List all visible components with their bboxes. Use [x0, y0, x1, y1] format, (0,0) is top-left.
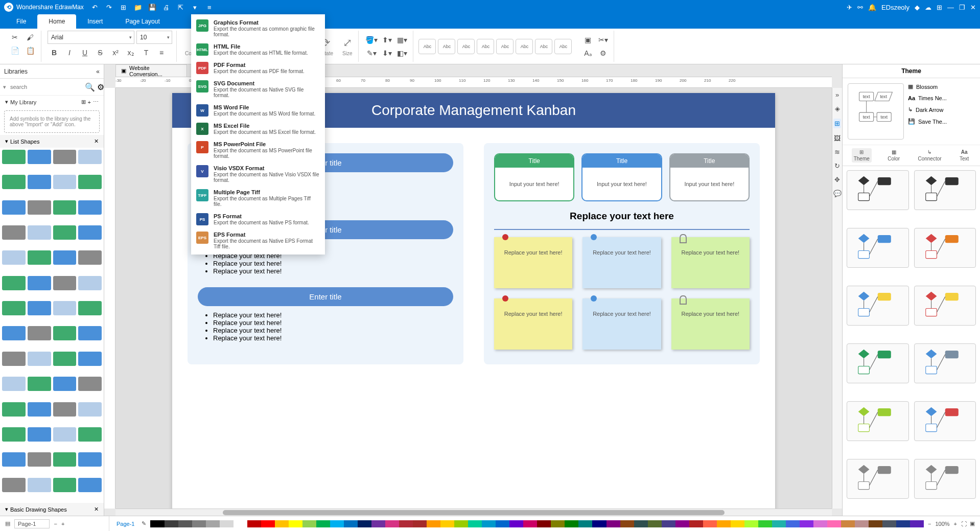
color-swatch[interactable]: [454, 520, 468, 527]
theme-thumbnail[interactable]: [847, 459, 909, 499]
shape-thumbnail[interactable]: [53, 402, 77, 417]
color-swatch[interactable]: [399, 520, 413, 527]
shape-thumbnail[interactable]: [2, 250, 26, 265]
cloud-icon[interactable]: ☁: [925, 4, 931, 11]
shape-thumbnail[interactable]: [53, 150, 77, 164]
shape-thumbnail[interactable]: [28, 276, 51, 290]
shape-thumbnail[interactable]: [2, 352, 26, 366]
strikethrough-icon[interactable]: S: [94, 46, 107, 59]
lib-more-icon[interactable]: ⋯: [93, 99, 99, 105]
document-tab[interactable]: ▣ Website Conversion...: [115, 64, 187, 77]
theme-thumbnail[interactable]: [847, 170, 909, 210]
shape-thumbnail[interactable]: [78, 175, 102, 189]
color-swatch[interactable]: [247, 520, 261, 527]
effect-icon[interactable]: ◧▾: [395, 47, 409, 60]
font-size-combo[interactable]: 10: [136, 31, 172, 44]
color-swatch[interactable]: [150, 520, 164, 527]
fit-page-icon[interactable]: ⛶: [961, 521, 967, 527]
color-swatch[interactable]: [413, 520, 427, 527]
color-swatch[interactable]: [758, 520, 772, 527]
close-category-icon[interactable]: ✕: [94, 506, 99, 513]
zoom-level[interactable]: 100%: [931, 521, 953, 527]
color-swatch[interactable]: [800, 520, 813, 527]
replace-icon[interactable]: ⚙: [596, 47, 610, 60]
search-input[interactable]: [8, 82, 83, 92]
shape-thumbnail[interactable]: [53, 377, 77, 391]
color-swatch[interactable]: [869, 520, 882, 527]
layout-strip-icon[interactable]: ⊞: [833, 119, 841, 128]
my-library-section[interactable]: ▾ My Library ⊞ + ⋯: [0, 96, 104, 108]
color-swatch[interactable]: [371, 520, 385, 527]
shape-thumbnail[interactable]: [53, 276, 77, 290]
notification-icon[interactable]: 🔔: [868, 4, 876, 11]
cut-icon[interactable]: ✂: [8, 31, 21, 44]
export-menu-item[interactable]: PMS PowerPoint FileExport the document a…: [191, 138, 325, 162]
color-swatch[interactable]: [855, 520, 869, 527]
shape-thumbnail[interactable]: [2, 276, 26, 290]
export-menu-item[interactable]: TIFFMultiple Page TiffExport the documen…: [191, 186, 325, 210]
shape-thumbnail[interactable]: [2, 427, 26, 442]
color-swatch[interactable]: [841, 520, 855, 527]
theme-thumbnail[interactable]: [914, 286, 976, 326]
color-swatch[interactable]: [662, 520, 675, 527]
shape-thumbnail[interactable]: [28, 225, 51, 240]
export-menu-item[interactable]: WMS Word FileExport the document as MS W…: [191, 101, 325, 120]
shape-thumbnail[interactable]: [78, 352, 102, 366]
color-swatch[interactable]: [896, 520, 910, 527]
color-swatch[interactable]: [358, 520, 371, 527]
shape-thumbnail[interactable]: [2, 150, 26, 164]
paste-icon[interactable]: 📋: [24, 44, 37, 57]
remove-page-icon[interactable]: −: [54, 521, 57, 527]
shape-thumbnail[interactable]: [78, 225, 102, 240]
line-color-icon[interactable]: ✎▾: [365, 47, 378, 60]
share-icon[interactable]: ⚯: [857, 4, 863, 11]
shape-thumbnail[interactable]: [78, 402, 102, 417]
page-view-icon[interactable]: ▤: [5, 520, 10, 527]
color-swatch[interactable]: [261, 520, 275, 527]
crop-icon[interactable]: ✂▾: [596, 33, 610, 47]
color-swatch[interactable]: [648, 520, 662, 527]
color-swatch[interactable]: [882, 520, 896, 527]
tab-file[interactable]: File: [5, 14, 37, 29]
color-swatch[interactable]: [689, 520, 703, 527]
color-swatch[interactable]: [813, 520, 827, 527]
shape-thumbnail[interactable]: [78, 301, 102, 315]
color-swatch[interactable]: [509, 520, 523, 527]
color-swatch[interactable]: [385, 520, 399, 527]
open-icon[interactable]: 📁: [133, 2, 143, 12]
tab-insert[interactable]: Insert: [76, 14, 114, 29]
underline-icon[interactable]: U: [78, 46, 91, 59]
shape-thumbnail[interactable]: [78, 377, 102, 391]
print-icon[interactable]: 🖨: [161, 2, 172, 12]
shape-thumbnail[interactable]: [2, 478, 26, 492]
color-swatch[interactable]: [330, 520, 344, 527]
export-menu-item[interactable]: VVisio VSDX FormatExport the document as…: [191, 162, 325, 186]
page-tab[interactable]: Page-1: [109, 521, 142, 527]
color-swatch[interactable]: [772, 520, 786, 527]
library-dropzone[interactable]: Add symbols to the library using the abo…: [4, 110, 100, 133]
shape-thumbnail[interactable]: [53, 427, 77, 442]
color-swatch[interactable]: [206, 520, 220, 527]
comment-strip-icon[interactable]: 💬: [833, 190, 842, 197]
shape-thumbnail[interactable]: [2, 402, 26, 417]
save-icon[interactable]: 💾: [147, 2, 157, 12]
color-swatch[interactable]: [634, 520, 648, 527]
export-menu-item[interactable]: JPGGraphics FormatExport the document as…: [191, 16, 325, 40]
export-menu-item[interactable]: HTMLHTML FileExport the document as HTML…: [191, 40, 325, 59]
color-swatch[interactable]: [275, 520, 289, 527]
zoom-in-icon[interactable]: +: [954, 521, 957, 527]
shape-thumbnail[interactable]: [78, 452, 102, 467]
style-swatch[interactable]: Abc: [554, 39, 572, 54]
shape-thumbnail[interactable]: [53, 301, 77, 315]
bring-forward-icon[interactable]: ⬆▾: [380, 33, 393, 47]
format-painter-icon[interactable]: 🖌: [24, 31, 37, 44]
theme-thumbnail[interactable]: [847, 286, 909, 326]
shape-thumbnail[interactable]: [78, 276, 102, 290]
send-backward-icon[interactable]: ⬇▾: [380, 47, 393, 60]
shape-thumbnail[interactable]: [78, 150, 102, 164]
move-strip-icon[interactable]: ✥: [834, 176, 840, 183]
color-swatch[interactable]: [717, 520, 731, 527]
sticky-note[interactable]: Replace your text here!: [671, 298, 750, 350]
color-swatch[interactable]: [592, 520, 606, 527]
color-swatch[interactable]: [165, 520, 178, 527]
